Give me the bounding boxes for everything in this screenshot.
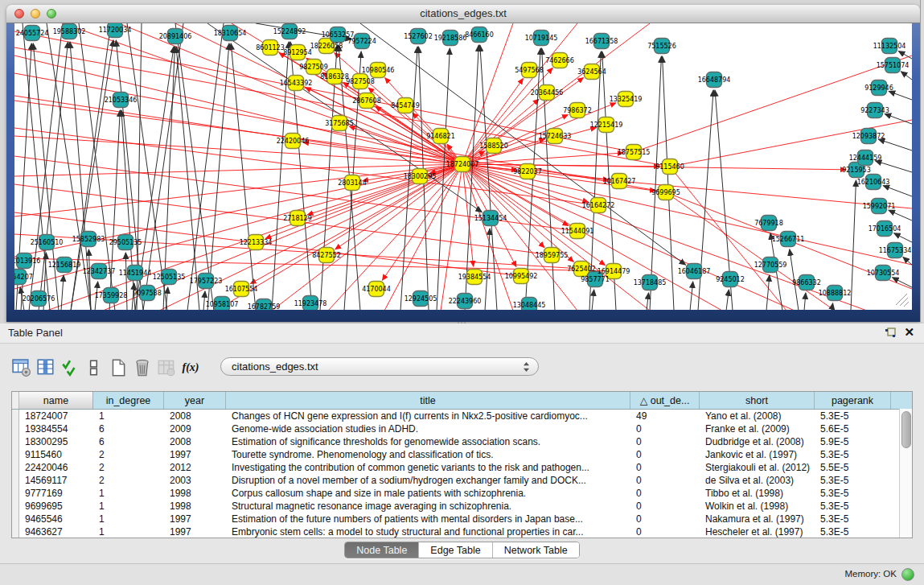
graph-node-label: 11544091	[561, 228, 594, 235]
table-cell: 9777169	[19, 487, 93, 500]
graph-node-label: 17957223	[190, 278, 223, 285]
graph-node-label: 7679918	[754, 220, 783, 227]
table-row[interactable]: 946362711997Embryonic stem cells: a mode…	[12, 525, 912, 538]
table-cell: Changes of HCN gene expression and I(f) …	[226, 410, 630, 422]
graph-node-label: 16782759	[248, 303, 281, 311]
table-row[interactable]: 1456911722003Disruption of a novel membe…	[12, 474, 912, 487]
delete-trash-icon[interactable]	[132, 356, 153, 379]
table-cell: Stergiakouli et al. (2012)	[700, 461, 815, 474]
graph-node-label: 8186328	[320, 73, 349, 80]
column-header-short[interactable]: short	[700, 392, 815, 409]
delete-table-icon-disabled[interactable]	[156, 356, 177, 379]
graph-node-label: 13048445	[513, 302, 546, 309]
graph-node-label: 7462666	[545, 57, 574, 64]
row-selection-icon[interactable]	[84, 356, 105, 379]
column-header-in-degree[interactable]: in_degree	[93, 392, 164, 409]
graph-node-label: 18959755	[536, 252, 569, 259]
table-row[interactable]: 977716911998Corpus callosum shape and si…	[12, 487, 912, 500]
graph-node-label: 17359928	[95, 292, 128, 299]
table-tabs: Node TableEdge TableNetwork Table	[0, 542, 924, 558]
graph-node-label: 11720034	[99, 27, 132, 34]
table-cell: 22420046	[19, 461, 93, 474]
network-window: citations_edges.txt 18724007860112389129…	[6, 5, 920, 322]
graph-node-label: 13718485	[634, 279, 667, 286]
column-header-year[interactable]: year	[164, 392, 226, 409]
vertical-scrollbar[interactable]	[899, 409, 912, 538]
graph-node-label: 9245012	[716, 276, 745, 283]
column-header-title[interactable]: title	[226, 392, 630, 409]
table-row[interactable]: 1938455462009Genome-wide association stu…	[12, 422, 912, 435]
graph-node-label: 1527602	[404, 33, 433, 40]
row-gutter	[12, 448, 19, 461]
network-canvas[interactable]: 1872400786011238912954182260589827509165…	[14, 23, 912, 310]
table-cell: Corpus callosum shape and size in male p…	[226, 487, 630, 500]
window-titlebar[interactable]: citations_edges.txt	[6, 5, 920, 23]
float-panel-icon[interactable]	[884, 327, 897, 340]
table-row[interactable]: 911546021997Tourette syndrome. Phenomeno…	[12, 448, 912, 461]
graph-node-label: 9827508	[346, 78, 375, 85]
table-row[interactable]: 2242004622012Investigating the contribut…	[12, 461, 912, 474]
table-row[interactable]: 946554611997Estimation of the future num…	[12, 513, 912, 525]
function-builder-icon[interactable]: f(x)	[180, 356, 201, 379]
graph-node-label: 20891406	[159, 33, 192, 40]
column-header-name[interactable]: name	[19, 392, 93, 409]
graph-node-label: 16671358	[585, 38, 618, 45]
table-cell: 2009	[164, 422, 226, 435]
row-gutter	[12, 513, 19, 525]
row-gutter	[12, 474, 19, 487]
table-cell: 5.3E-5	[815, 513, 891, 525]
graph-node-label: 21053346	[105, 97, 138, 104]
table-row[interactable]: 1872400712008Changes of HCN gene express…	[12, 410, 912, 422]
table-cell: 5.5E-5	[815, 461, 891, 474]
scrollbar-thumb[interactable]	[901, 411, 911, 448]
graph-node-label: 8601123	[256, 44, 285, 51]
row-gutter	[12, 410, 19, 422]
table-cell: 2008	[164, 435, 226, 448]
table-cell: 0	[630, 487, 700, 500]
table-cell: 2003	[164, 474, 226, 487]
column-header-pagerank[interactable]: pagerank	[815, 392, 891, 409]
table-panel-header: Table Panel ✕	[0, 323, 924, 344]
tab-network-table[interactable]: Network Table	[493, 542, 579, 558]
table-cell: Tibbo et al. (1998)	[700, 487, 815, 500]
row-gutter	[12, 500, 19, 513]
graph-node-label: 8454749	[391, 102, 420, 109]
table-cell: 0	[630, 525, 700, 538]
table-cell: 1	[93, 513, 164, 525]
table-chooser-dropdown[interactable]: citations_edges.txt	[220, 357, 539, 376]
dropdown-arrows-icon	[523, 361, 530, 373]
new-document-icon[interactable]	[108, 356, 129, 379]
edit-column-icon[interactable]	[35, 356, 56, 379]
status-bar: Memory: OK	[0, 563, 924, 585]
desktop: citations_edges.txt 18724007860112389129…	[0, 0, 924, 585]
table-cell: 9115460	[19, 448, 93, 461]
column-header-out-de-[interactable]: △ out_de...	[630, 392, 700, 409]
graph-node-label: 5497568	[515, 67, 544, 74]
memory-status-label: Memory: OK	[844, 569, 897, 579]
graph-node-label: 9822037	[513, 168, 542, 175]
table-cell: Franke et al. (2009)	[700, 422, 815, 435]
table-row[interactable]: 969969511998Structural magnetic resonanc…	[12, 500, 912, 513]
table-cell: Investigating the contribution of common…	[226, 461, 630, 474]
graph-node-label: 19588302	[53, 28, 86, 35]
table-cell: 1	[93, 525, 164, 538]
close-panel-icon[interactable]: ✕	[904, 325, 914, 340]
table-row[interactable]: 1830029562008Estimation of significance …	[12, 435, 912, 448]
background-window-edge	[920, 0, 924, 322]
table-cell: 1	[93, 410, 164, 422]
memory-status-led[interactable]	[901, 568, 914, 581]
graph-node-label: 9857771	[581, 276, 610, 283]
tab-edge-table[interactable]: Edge Table	[419, 542, 492, 558]
select-all-check-icon[interactable]	[60, 356, 80, 379]
table-cell: 14569117	[19, 474, 93, 487]
graph-node-label: 9699695	[651, 189, 680, 196]
graph-node-label: 16648794	[698, 76, 731, 84]
table-settings-icon[interactable]	[11, 356, 32, 379]
graph-node-label: 10995492	[505, 273, 538, 280]
table-panel-title: Table Panel	[8, 327, 63, 339]
graph-node-label: 2867608	[352, 97, 381, 105]
tab-node-table[interactable]: Node Table	[345, 542, 419, 558]
table-cell: 5.3E-5	[815, 500, 891, 513]
row-header-gutter	[12, 392, 19, 409]
graph-node-label: 22420046	[277, 138, 310, 145]
